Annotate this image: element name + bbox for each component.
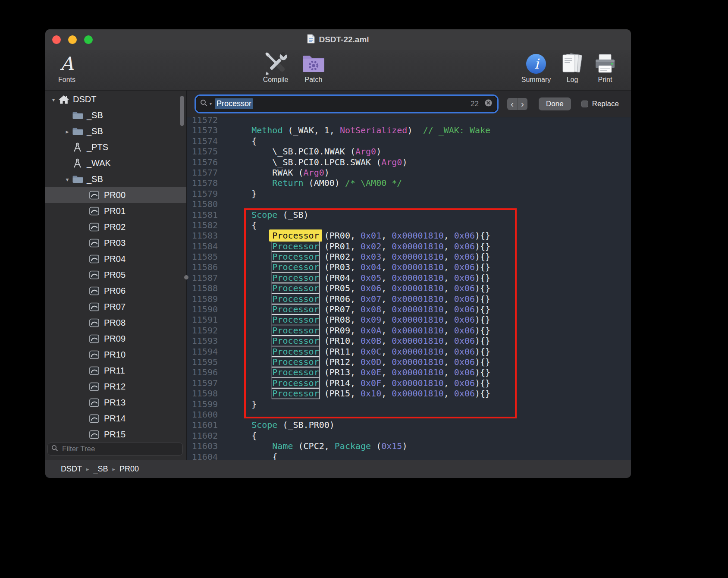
find-navigation: ‹ › [507, 98, 527, 110]
find-input[interactable]: ▾ Processor 22 [196, 96, 497, 112]
code-line: 11599 } [187, 399, 631, 409]
clear-search-icon[interactable] [484, 99, 493, 109]
zoom-button[interactable] [84, 35, 93, 44]
summary-button[interactable]: i Summary [515, 51, 557, 84]
line-number: 11595 [187, 357, 225, 367]
patch-button[interactable]: Patch [295, 51, 333, 84]
filter-tree-input[interactable] [61, 444, 179, 454]
sidebar-item-pr07[interactable]: PR07 [45, 299, 186, 315]
sidebar-item-label: PR06 [104, 286, 126, 296]
sidebar-item-pr15[interactable]: PR15 [45, 427, 186, 441]
sidebar-item-label: PR15 [104, 430, 126, 440]
compile-button[interactable]: Compile [257, 51, 295, 84]
code-line: 11579 } [187, 188, 631, 199]
sidebar-item-label: PR13 [104, 398, 126, 408]
minimize-button[interactable] [68, 35, 77, 44]
filter-field[interactable] [47, 443, 183, 455]
scope-icon [89, 254, 104, 264]
disclosure-triangle-icon[interactable]: ▾ [63, 176, 72, 183]
disclosure-triangle-icon[interactable]: ▾ [49, 96, 58, 103]
sidebar-item-pr00[interactable]: PR00 [45, 187, 186, 203]
document-icon [307, 34, 315, 45]
sidebar-item-_sb[interactable]: _SB [45, 107, 186, 123]
sidebar-item-_pts[interactable]: _PTS [45, 139, 186, 155]
sidebar-item-pr05[interactable]: PR05 [45, 267, 186, 283]
chevron-down-icon[interactable]: ▾ [210, 101, 212, 106]
splitter-handle[interactable] [184, 275, 188, 280]
code-line: 11596 Processor (PR13, 0x0E, 0x00001810,… [187, 367, 631, 377]
code-line: 11575 \_SB.PCI0.NWAK (Arg0) [187, 146, 631, 157]
done-button[interactable]: Done [539, 97, 571, 110]
breadcrumb-item-dsdt[interactable]: DSDT [61, 465, 82, 474]
search-icon [51, 445, 58, 453]
sidebar-item-_sb[interactable]: ▾_SB [45, 171, 186, 187]
code-line: 11597 Processor (PR14, 0x0F, 0x00001810,… [187, 378, 631, 388]
next-match-button[interactable]: › [518, 98, 527, 110]
line-number: 11602 [187, 430, 225, 441]
info-icon: i [525, 51, 547, 77]
breadcrumb-item-_sb[interactable]: _SB [94, 465, 108, 474]
code-line: 11584 Processor (PR01, 0x02, 0x00001810,… [187, 241, 631, 251]
house-icon [58, 94, 73, 105]
scope-icon [89, 270, 104, 280]
search-match: Processor [272, 273, 319, 283]
close-button[interactable] [52, 35, 61, 44]
breadcrumb-separator-icon: ▸ [86, 466, 89, 472]
scope-icon [89, 334, 104, 343]
log-button[interactable]: Log [557, 51, 588, 84]
title-bar[interactable]: DSDT-22.aml [45, 29, 631, 50]
sidebar-item-_wak[interactable]: _WAK [45, 155, 186, 171]
match-count: 22 [471, 100, 479, 108]
method-icon [72, 142, 87, 153]
window-title: DSDT-22.aml [319, 35, 369, 44]
previous-match-button[interactable]: ‹ [507, 98, 518, 110]
sidebar-item-label: PR14 [104, 414, 126, 424]
code-line: 11574 { [187, 136, 631, 146]
search-match: Processor [272, 241, 319, 251]
main-split-view: ▾DSDT_SB▸_SB_PTS_WAK▾_SBPR00PR01PR02PR03… [45, 91, 631, 460]
code-line: 11592 Processor (PR09, 0x0A, 0x00001810,… [187, 325, 631, 336]
breadcrumb-item-pr00[interactable]: PR00 [119, 465, 139, 474]
search-match: Processor [272, 367, 319, 377]
sidebar-item-label: _PTS [87, 142, 108, 152]
search-match: Processor [272, 346, 319, 357]
sidebar-item-pr01[interactable]: PR01 [45, 203, 186, 219]
sidebar-item-pr03[interactable]: PR03 [45, 235, 186, 251]
sidebar-item-pr06[interactable]: PR06 [45, 283, 186, 299]
sidebar-item-pr08[interactable]: PR08 [45, 315, 186, 331]
scope-icon [89, 207, 104, 216]
scope-icon [89, 350, 104, 359]
line-number: 11579 [187, 188, 225, 199]
code-line: 11589 Processor (PR06, 0x07, 0x00001810,… [187, 294, 631, 304]
find-query-text: Processor [215, 98, 253, 109]
line-number: 11573 [187, 125, 225, 135]
disclosure-triangle-icon[interactable]: ▸ [63, 128, 72, 135]
search-match: Processor [272, 378, 319, 388]
sidebar-item-pr02[interactable]: PR02 [45, 219, 186, 235]
sidebar-scrollbar[interactable] [180, 96, 184, 126]
code-editor[interactable]: 1157211573 Method (_WAK, 1, NotSerialize… [187, 117, 631, 460]
pages-icon [560, 51, 584, 77]
toolbar: A Fonts C [45, 50, 631, 91]
printer-icon [593, 51, 617, 77]
patch-label: Patch [305, 76, 323, 84]
sidebar-item-pr09[interactable]: PR09 [45, 331, 186, 347]
replace-checkbox[interactable] [581, 101, 588, 107]
search-match: Processor [272, 251, 319, 262]
line-number: 11575 [187, 146, 225, 157]
sidebar-item-pr12[interactable]: PR12 [45, 379, 186, 395]
fonts-button[interactable]: A Fonts [51, 51, 82, 84]
print-button[interactable]: Print [588, 51, 622, 84]
sidebar-item-pr14[interactable]: PR14 [45, 411, 186, 427]
search-match: Processor [272, 294, 319, 304]
line-number: 11587 [187, 273, 225, 283]
sidebar-item-pr13[interactable]: PR13 [45, 395, 186, 411]
sidebar-item-pr04[interactable]: PR04 [45, 251, 186, 267]
sidebar-item-pr10[interactable]: PR10 [45, 347, 186, 363]
code-line: 11580 [187, 199, 631, 209]
sidebar-item-_sb[interactable]: ▸_SB [45, 123, 186, 139]
sidebar-item-dsdt[interactable]: ▾DSDT [45, 91, 174, 107]
sidebar-item-pr11[interactable]: PR11 [45, 363, 186, 379]
code-line: 11593 Processor (PR10, 0x0B, 0x00001810,… [187, 336, 631, 346]
code-line: 11594 Processor (PR11, 0x0C, 0x00001810,… [187, 346, 631, 357]
